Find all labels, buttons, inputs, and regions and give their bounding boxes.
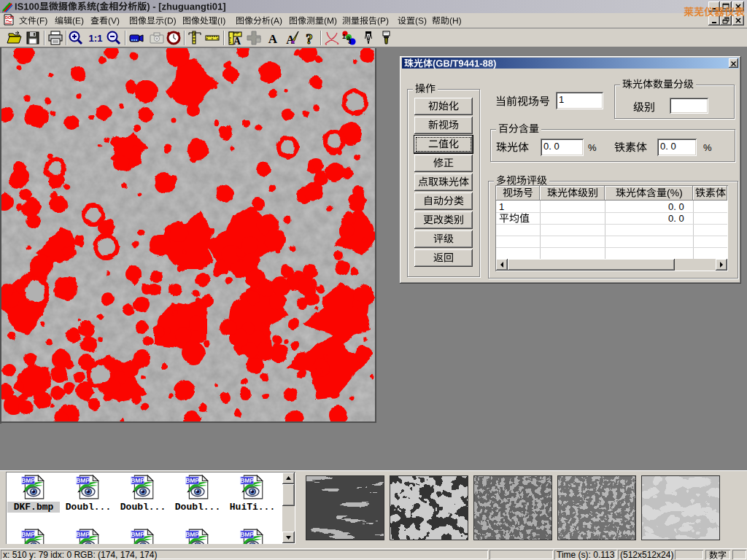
svg-text:1:1: 1:1 (89, 33, 103, 44)
svg-text:A: A (268, 32, 278, 46)
svg-text:?: ? (306, 31, 313, 47)
svg-text:1: 1 (342, 33, 346, 40)
svg-text:3: 3 (348, 38, 352, 45)
svg-text:A: A (233, 36, 241, 47)
svg-text:DOC: DOC (5, 15, 14, 20)
